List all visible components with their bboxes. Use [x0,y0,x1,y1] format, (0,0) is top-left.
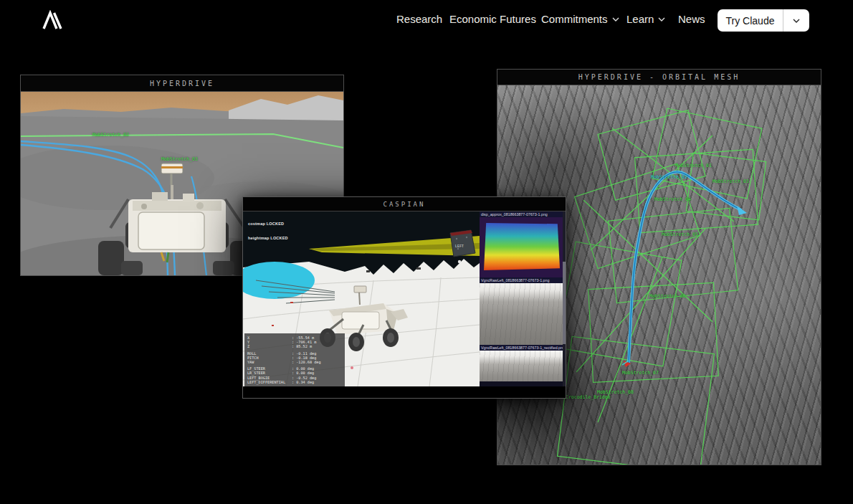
disparity-thumbnail[interactable] [480,217,566,277]
page: Research Economic Futures Commitments Le… [0,0,853,504]
nav-commitments-label: Commitments [541,13,608,25]
nav-research-label: Research [396,13,442,25]
nav-economic-futures-label: Economic Futures [449,13,536,25]
rectified-camera-thumbnail[interactable] [480,351,566,381]
chevron-down-icon [658,17,665,22]
chevron-down-icon [612,17,619,22]
camera-image-texture [480,283,566,345]
anthropic-logomark-icon [42,10,66,32]
thumbnail-filename: VgncRawLeft_0818663877-07673-1_rectified… [480,345,566,351]
nav-commitments[interactable]: Commitments [541,13,619,25]
segment-label: MobStretch_06 [649,293,686,299]
nav-learn-label: Learn [626,13,654,25]
segment-label-active: MobStretch_02 [651,174,687,180]
nav-learn[interactable]: Learn [626,13,665,25]
hyperdrive-title: HYPERDRIVE [21,75,343,92]
caspian-window: CASPIAN [242,196,566,399]
telemetry-panel: X-55.54 m Y-706.41 m Z85.52 m ROLL-0.11 … [244,333,345,386]
nav-research[interactable]: Research [396,13,442,25]
try-claude-label: Try Claude [718,15,783,27]
segment-label: MobStretch_07 [622,370,659,376]
segment-label: MobStretch_01 [675,163,712,168]
caspian-viewport: costmap LOCKED heightmap LOCKED LEFT X-5… [243,211,566,386]
nav-economic-futures[interactable]: Economic Futures [449,13,536,25]
try-claude-button[interactable]: Try Claude [718,9,809,32]
caspian-title: CASPIAN [243,197,566,211]
nav-news-label: News [678,13,705,25]
heightmap-status: heightmap LOCKED [248,236,288,240]
nav-news[interactable]: News [678,13,705,25]
drive-segment-label: MobStretch_02 [92,132,129,138]
segment-label: MobStretch_05 [662,232,698,237]
cube-face-label: LEFT [455,244,464,248]
costmap-status: costmap LOCKED [248,222,284,226]
camera-image-texture [480,351,566,381]
try-claude-dropdown[interactable] [783,19,809,23]
scrollbar-thumb[interactable] [563,262,566,344]
sidebar-scrollbar[interactable] [563,211,566,386]
caspian-3d-view[interactable]: costmap LOCKED heightmap LOCKED LEFT X-5… [243,211,480,386]
orbital-mesh-title: HYPERDRIVE - ORBITAL MESH [497,70,821,85]
disparity-heatmap [484,223,560,270]
drive-segment-label: MobStretch_03 [161,156,198,162]
raw-camera-thumbnail[interactable] [480,283,566,345]
thumbnail-filename: VgncRawLeft_0818663877-07673-1.png [480,277,566,283]
image-sidebar: disp_approx_0818663877-07673-1.png VgncR… [480,211,566,386]
orientation-cube[interactable] [450,230,475,257]
waypoint-label: Crocodile_Bridge [566,394,611,400]
chevron-down-icon [793,19,800,23]
anthropic-logo[interactable] [42,10,66,32]
segment-label: MobStretch_03 [713,179,749,184]
segment-label: MobStretch_04 [654,196,691,202]
thumbnail-filename: disp_approx_0818663877-07673-1.png [480,211,566,217]
